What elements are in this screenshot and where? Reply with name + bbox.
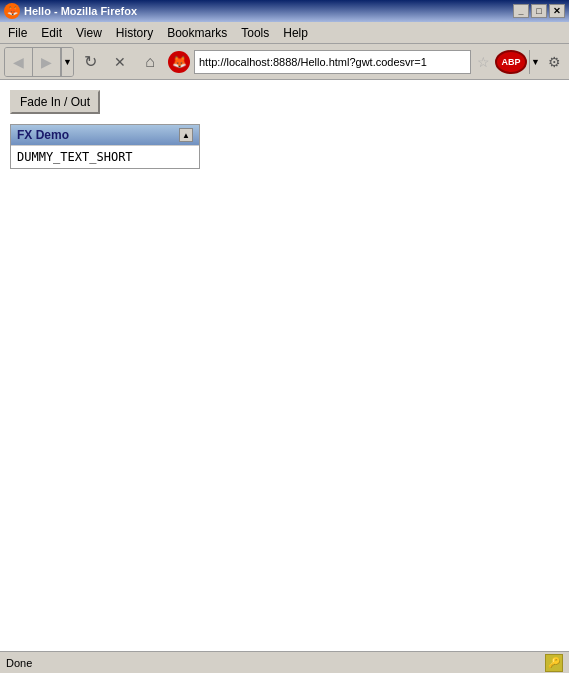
fx-demo-panel: FX Demo ▲ DUMMY_TEXT_SHORT [10,124,200,169]
home-button[interactable]: ⌂ [136,48,164,76]
firefox-icon: 🦊 [4,3,20,19]
minimize-button[interactable]: _ [513,4,529,18]
star-icon: ☆ [477,54,490,70]
back-forward-group: ◀ ▶ ▼ [4,47,74,77]
menu-bookmarks[interactable]: Bookmarks [161,24,233,42]
window-title: Hello - Mozilla Firefox [24,5,137,17]
home-icon: ⌂ [145,53,155,71]
key-icon: 🔑 [548,657,560,668]
fade-button[interactable]: Fade In / Out [10,90,100,114]
menu-history[interactable]: History [110,24,159,42]
gear-icon: ⚙ [548,54,561,70]
abp-label: ABP [501,57,520,67]
fx-panel-scroll-up[interactable]: ▲ [179,128,193,142]
page-content: Fade In / Out FX Demo ▲ DUMMY_TEXT_SHORT [0,80,569,651]
scroll-up-icon: ▲ [182,131,190,140]
status-icon: 🔑 [545,654,563,672]
title-controls[interactable]: _ □ ✕ [513,4,565,18]
title-bar: 🦊 Hello - Mozilla Firefox _ □ ✕ [0,0,569,22]
fx-panel-title: FX Demo [17,128,69,142]
settings-button[interactable]: ⚙ [543,50,565,74]
nav-history-dropdown[interactable]: ▼ [61,48,73,76]
url-bar[interactable]: http://localhost:8888/Hello.html?gwt.cod… [194,50,471,74]
fx-panel-header[interactable]: FX Demo ▲ [11,125,199,145]
refresh-button[interactable]: ↻ [76,48,104,76]
maximize-button[interactable]: □ [531,4,547,18]
bookmark-star-button[interactable]: ☆ [473,52,493,72]
back-button[interactable]: ◀ [5,48,33,76]
abp-dropdown[interactable]: ▼ [529,50,541,74]
menu-help[interactable]: Help [277,24,314,42]
close-button[interactable]: ✕ [549,4,565,18]
stop-icon: ✕ [114,54,126,70]
fx-panel-content: DUMMY_TEXT_SHORT [11,145,199,168]
title-bar-left: 🦊 Hello - Mozilla Firefox [4,3,137,19]
url-text: http://localhost:8888/Hello.html?gwt.cod… [199,56,427,68]
stop-button[interactable]: ✕ [106,48,134,76]
menu-view[interactable]: View [70,24,108,42]
firefox-nav-icon: 🦊 [168,51,190,73]
status-bar: Done 🔑 [0,651,569,673]
menu-tools[interactable]: Tools [235,24,275,42]
refresh-icon: ↻ [84,52,97,71]
forward-arrow-icon: ▶ [41,54,52,70]
menu-bar: File Edit View History Bookmarks Tools H… [0,22,569,44]
menu-edit[interactable]: Edit [35,24,68,42]
nav-bar: ◀ ▶ ▼ ↻ ✕ ⌂ 🦊 http://localhost:8888/Hell… [0,44,569,80]
status-text: Done [6,657,32,669]
fx-panel-text: DUMMY_TEXT_SHORT [17,150,133,164]
menu-file[interactable]: File [2,24,33,42]
adblock-button[interactable]: ABP [495,50,527,74]
back-arrow-icon: ◀ [13,54,24,70]
forward-button[interactable]: ▶ [33,48,61,76]
